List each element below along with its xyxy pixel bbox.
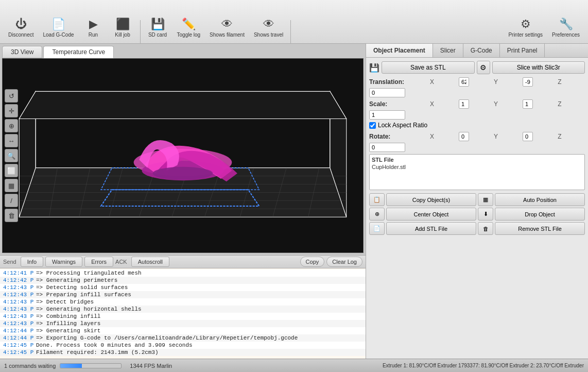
log-timestamp: 4:12:44 P	[3, 328, 34, 334]
errors-tab[interactable]: Errors	[84, 257, 113, 267]
shows-filament-button[interactable]: 👁 Shows filament	[205, 15, 249, 40]
tab-slicer[interactable]: Slicer	[433, 44, 463, 57]
copy-objects-icon: 📋	[373, 196, 381, 203]
scale-x-input[interactable]	[459, 99, 469, 109]
right-tabs: Object Placement Slicer G-Code Print Pan…	[366, 44, 588, 58]
log-message: => Detecting solid surfaces	[36, 284, 128, 291]
log-line: 4:12:43 P => Infilling layers	[0, 320, 366, 327]
copy-icon-btn[interactable]: 📋	[369, 193, 385, 206]
rotate-button[interactable]: ↔	[5, 134, 18, 147]
center-object-label: Center Object	[414, 211, 449, 217]
printer-settings-icon: ⚙	[521, 18, 531, 31]
rotate-x-input[interactable]	[459, 132, 469, 141]
save-stl-button[interactable]: Save as STL	[382, 61, 475, 74]
translation-z-input[interactable]	[369, 88, 405, 97]
progress-fill	[60, 364, 81, 368]
info-tab[interactable]: Info	[21, 257, 43, 267]
disconnect-label: Disconnect	[8, 32, 33, 38]
log-message: Filament required: 2143.1mm (5.2cm3)	[36, 349, 159, 356]
autoscroll-button[interactable]: Autoscroll	[131, 257, 169, 267]
remove-stl-icon-btn[interactable]: 🗑	[478, 222, 493, 235]
add-stl-icon-btn[interactable]: 📄	[369, 222, 385, 235]
scale-z-input[interactable]	[369, 110, 405, 120]
warnings-tab[interactable]: Warnings	[45, 257, 82, 267]
cut-button[interactable]: /	[5, 194, 18, 207]
log-message: => Generating perimeters	[36, 277, 117, 283]
preferences-icon: 🔧	[559, 18, 573, 31]
log-timestamp: 4:12:44 P	[3, 335, 34, 341]
log-timestamp: 4:12:43 P	[3, 320, 34, 327]
log-line: 4:12:45 P Filament required: 2143.1mm (5…	[0, 349, 366, 356]
log-timestamp: 4:12:43 P	[3, 284, 34, 291]
center-icon-btn[interactable]: ⊕	[369, 208, 385, 221]
load-gcode-button[interactable]: 📄 Load G-Code	[39, 15, 78, 40]
log-message: => Detect bridges	[36, 299, 94, 305]
scale-y-input[interactable]	[523, 99, 533, 109]
right-panel: Object Placement Slicer G-Code Print Pan…	[366, 44, 588, 359]
zoom-in-button[interactable]: 🔍	[5, 149, 18, 162]
log-content[interactable]: 4:12:41 P => Processing triangulated mes…	[0, 268, 366, 359]
log-message: => Preparing infill surfaces	[36, 292, 131, 298]
scale-button[interactable]: ⊕	[5, 119, 18, 132]
drop-icon-btn[interactable]: ⬇	[478, 208, 493, 221]
add-stl-file-label: Add STL File	[415, 226, 447, 232]
placement-settings-button[interactable]: ⚙	[477, 61, 490, 74]
log-timestamp: 4:12:43 P	[3, 306, 34, 312]
send-tab[interactable]: Send	[3, 259, 16, 265]
rotate-z-input[interactable]	[369, 143, 405, 152]
log-line: 4:12:43 P => Detect bridges	[0, 298, 366, 306]
action-buttons: 📋 Copy Object(s) ▦ Auto Position ⊕ Cente…	[369, 193, 585, 235]
rotate-row: Rotate: X Y Z	[369, 132, 585, 152]
copy-log-button[interactable]: Copy	[300, 257, 325, 267]
copy-objects-button[interactable]: Copy Object(s)	[386, 193, 476, 206]
center-object-button[interactable]: Center Object	[386, 208, 476, 221]
tab-object-placement[interactable]: Object Placement	[366, 44, 433, 57]
scale-x-label: X	[407, 100, 457, 108]
log-panel: Send Info Warnings Errors ACK Autoscroll…	[0, 255, 366, 359]
drop-object-label: Drop Object	[525, 211, 555, 217]
printer-settings-button[interactable]: ⚙ Printer settings	[504, 15, 547, 40]
tab-gcode[interactable]: G-Code	[463, 44, 500, 57]
auto-position-button[interactable]: Auto Position	[495, 193, 585, 206]
3d-scene	[3, 59, 363, 252]
layer-button[interactable]: ▦	[5, 179, 18, 192]
tab-3d-view[interactable]: 3D View	[2, 46, 42, 58]
clear-log-button[interactable]: Clear Log	[326, 257, 362, 267]
auto-pos-icon-btn[interactable]: ▦	[478, 193, 493, 206]
run-button[interactable]: ▶ Run	[79, 15, 108, 40]
rotate-reset-button[interactable]: ↺	[5, 89, 18, 103]
move-button[interactable]: ✛	[5, 104, 18, 117]
translation-y-input[interactable]	[523, 77, 533, 87]
toggle-log-button[interactable]: ✏️ Toggle log	[173, 15, 205, 40]
toggle-log-icon: ✏️	[182, 18, 196, 31]
frame-button[interactable]: ⬜	[5, 164, 18, 177]
stl-file-title: STL File	[372, 157, 582, 163]
tab-print-panel[interactable]: Print Panel	[500, 44, 545, 57]
log-line: 4:12:43 P => Generating horizontal shell…	[0, 306, 366, 313]
log-line: 4:12:45 P Done. Process took 0 minutes a…	[0, 342, 366, 349]
drop-object-icon: ⬇	[483, 211, 488, 217]
shows-filament-icon: 👁	[221, 18, 233, 31]
slice-button[interactable]: Slice with Slic3r	[492, 61, 585, 74]
disconnect-button[interactable]: ⏻ Disconnect	[4, 15, 38, 40]
remove-stl-file-button[interactable]: Remove STL File	[495, 222, 585, 235]
add-stl-file-button[interactable]: Add STL File	[386, 222, 476, 235]
tab-temperature-curve[interactable]: Temperature Curve	[43, 46, 114, 58]
drop-object-button[interactable]: Drop Object	[495, 208, 585, 221]
lock-aspect-checkbox[interactable]	[369, 122, 376, 129]
translation-x-input[interactable]	[459, 77, 469, 87]
sd-card-button[interactable]: 💾 SD card	[144, 15, 172, 40]
kill-job-button[interactable]: ⬛ Kill job	[109, 15, 137, 40]
sd-card-icon: 💾	[151, 18, 165, 31]
sd-card-label: SD card	[148, 32, 167, 38]
shows-travel-button[interactable]: 👁 Shows travel	[250, 15, 287, 40]
scale-y-label: Y	[471, 100, 521, 108]
viewport-controls: ↺ ✛ ⊕ ↔ 🔍 ⬜ ▦ / 🗑	[5, 89, 18, 222]
rotate-label: Rotate:	[369, 133, 405, 140]
toolbar-separator-1	[140, 20, 141, 46]
rotate-y-input[interactable]	[523, 132, 533, 141]
delete-button[interactable]: 🗑	[5, 209, 18, 222]
remove-stl-file-label: Remove STL File	[518, 226, 562, 232]
preferences-button[interactable]: 🔧 Preferences	[548, 15, 584, 40]
toolbar: ⏻ Disconnect 📄 Load G-Code ▶ Run ⬛ Kill …	[0, 0, 588, 44]
